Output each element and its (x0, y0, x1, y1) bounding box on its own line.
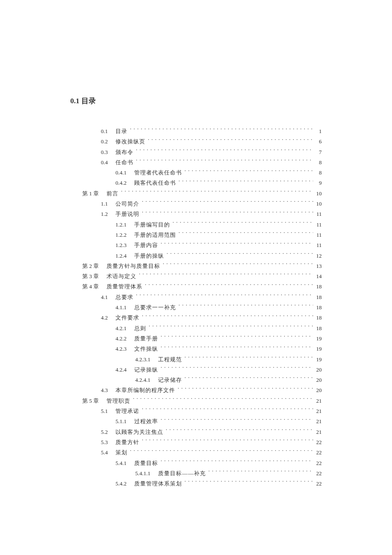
toc-entry[interactable]: 4.2.3文件操纵19 (70, 344, 322, 354)
toc-leader-dots (161, 366, 313, 372)
toc-entry-title: 管理职责 (107, 396, 132, 407)
toc-entry[interactable]: 5.3质量方针22 (70, 437, 322, 447)
toc-entry[interactable]: 5.4.2质量管理体系策划22 (70, 479, 322, 489)
toc-entry-title: 术语与定义 (107, 271, 138, 282)
toc-entry[interactable]: 1.2.3手册内容11 (70, 240, 322, 250)
toc-entry[interactable]: 4.1.1总要求一一补充18 (70, 302, 322, 313)
toc-leader-dots (121, 190, 313, 195)
toc-entry[interactable]: 5.2以顾客为关注焦点21 (70, 427, 322, 437)
toc-entry[interactable]: 5.4.1.1质量目标——补充22 (70, 468, 322, 479)
toc-entry[interactable]: 1.1公司简介10 (70, 199, 322, 209)
toc-entry[interactable]: 5.1管理承诺21 (70, 406, 322, 416)
toc-entry-number: 1.2.1 (110, 220, 134, 230)
toc-entry[interactable]: 0.3颁布令7 (70, 147, 322, 157)
toc-leader-dots (179, 179, 313, 185)
toc-entry[interactable]: 第 5 章管理职责21 (70, 396, 322, 406)
toc-entry[interactable]: 1.2手册说明11 (70, 209, 322, 219)
toc-entry-title: 手册说明 (115, 209, 141, 220)
toc-entry-title: 手册编写目的 (134, 220, 172, 230)
toc-entry-page: 6 (314, 137, 322, 147)
toc-entry-number: 第 1 章 (82, 189, 107, 199)
toc-entry-page: 14 (314, 271, 322, 282)
toc-entry[interactable]: 4.2.1总则18 (70, 323, 322, 334)
toc-entry[interactable]: 4.2.2质量手册19 (70, 334, 322, 344)
toc-entry-title: 管理者代表任命书 (134, 168, 184, 178)
toc-entry[interactable]: 0.4.1管理者代表任命书8 (70, 168, 322, 178)
toc-entry[interactable]: 0.2修改操纵页6 (70, 137, 322, 147)
toc-entry[interactable]: 4.2.4.1记录储存20 (70, 375, 322, 385)
toc-leader-dots (142, 314, 313, 320)
toc-entry-title: 质量目标——补充 (158, 468, 208, 479)
toc-entry-title: 文件操纵 (134, 344, 160, 355)
toc-entry-title: 颁布令 (115, 147, 135, 158)
toc-entry-title: 质量管理体系 (107, 282, 144, 292)
toc-entry[interactable]: 0.4.2顾客代表任命书9 (70, 178, 322, 188)
toc-entry-number: 第 3 章 (82, 271, 107, 282)
toc-entry[interactable]: 1.2.4手册的操纵12 (70, 251, 322, 261)
toc-entry[interactable]: 5.4.1质量目标22 (70, 458, 322, 468)
toc-entry-title: 工程规范 (158, 355, 184, 365)
toc-leader-dots (173, 221, 313, 227)
toc-entry-number: 4.2.4.1 (125, 375, 158, 386)
toc-entry-title: 质量管理体系策划 (134, 479, 184, 489)
toc-leader-dots (139, 273, 313, 278)
toc-entry-title: 修改操纵页 (115, 137, 147, 147)
toc-leader-dots (184, 356, 313, 361)
toc-entry-title: 质量目标 (134, 458, 160, 469)
toc-leader-dots (148, 138, 313, 143)
toc-entry[interactable]: 第 2 章质量方针与质量目标13 (70, 261, 322, 271)
toc-entry-number: 5.4.2 (110, 479, 134, 489)
toc-entry[interactable]: 第 1 章前言10 (70, 189, 322, 199)
toc-entry-page: 20 (314, 375, 322, 386)
page-container: 0.1 目录 0.1目录10.2修改操纵页60.3颁布令70.4任命书80.4.… (0, 0, 392, 532)
toc-entry-page: 20 (314, 365, 322, 375)
toc-entry-number: 1.1 (96, 199, 115, 209)
toc-entry-page: 19 (314, 334, 322, 344)
toc-entry-page: 11 (314, 240, 322, 251)
toc-leader-dots (178, 386, 313, 392)
toc-entry-page: 18 (314, 282, 322, 292)
toc-entry[interactable]: 0.1目录1 (70, 126, 322, 137)
toc-entry-number: 1.2.3 (110, 240, 134, 251)
toc-leader-dots (163, 262, 313, 268)
toc-entry-number: 1.2 (96, 209, 115, 220)
toc-entry-title: 过程效率 (134, 416, 160, 427)
toc-entry-page: 11 (314, 209, 322, 220)
toc-entry[interactable]: 4.1总要求18 (70, 292, 322, 302)
toc-entry[interactable]: 4.2.4记录操纵20 (70, 365, 322, 375)
toc-entry-page: 19 (314, 344, 322, 355)
toc-leader-dots (142, 407, 313, 413)
toc-entry-page: 11 (314, 220, 322, 230)
toc-entry[interactable]: 4.3本章所编制的程序文件20 (70, 385, 322, 395)
toc-entry[interactable]: 4.2.3.1工程规范19 (70, 355, 322, 365)
toc-leader-dots (136, 159, 313, 164)
toc-entry[interactable]: 1.2.2手册的适用范围11 (70, 230, 322, 240)
toc-entry-number: 0.2 (96, 137, 115, 147)
toc-entry[interactable]: 0.4任命书8 (70, 157, 322, 168)
toc-entry-page: 20 (314, 385, 322, 396)
toc-leader-dots (184, 169, 313, 174)
toc-leader-dots (142, 439, 313, 444)
toc-entry-page: 12 (314, 251, 322, 262)
toc-leader-dots (161, 335, 313, 340)
toc-entry[interactable]: 5.4策划22 (70, 447, 322, 458)
toc-entry-page: 9 (314, 178, 322, 189)
toc-entry-title: 总要求一一补充 (134, 302, 178, 313)
toc-entry[interactable]: 1.2.1手册编写目的11 (70, 220, 322, 230)
toc-leader-dots (136, 293, 313, 299)
table-of-contents: 0.1目录10.2修改操纵页60.3颁布令70.4任命书80.4.1管理者代表任… (70, 126, 322, 489)
toc-entry[interactable]: 4.2文件要求18 (70, 313, 322, 323)
toc-entry-page: 13 (314, 261, 322, 272)
toc-entry[interactable]: 第 3 章术语与定义14 (70, 271, 322, 282)
toc-leader-dots (167, 252, 313, 258)
toc-entry[interactable]: 5.1.1过程效率21 (70, 416, 322, 427)
toc-entry-number: 1.2.2 (110, 230, 134, 241)
toc-entry-number: 5.4.1.1 (125, 468, 158, 479)
toc-entry-page: 22 (314, 447, 322, 458)
toc-entry-number: 4.2 (96, 313, 115, 323)
toc-entry[interactable]: 第 4 章质量管理体系18 (70, 282, 322, 292)
toc-entry-title: 手册内容 (134, 240, 160, 251)
toc-leader-dots (161, 418, 313, 423)
toc-entry-title: 总要求 (115, 292, 135, 303)
toc-entry-number: 4.2.3 (110, 344, 134, 355)
